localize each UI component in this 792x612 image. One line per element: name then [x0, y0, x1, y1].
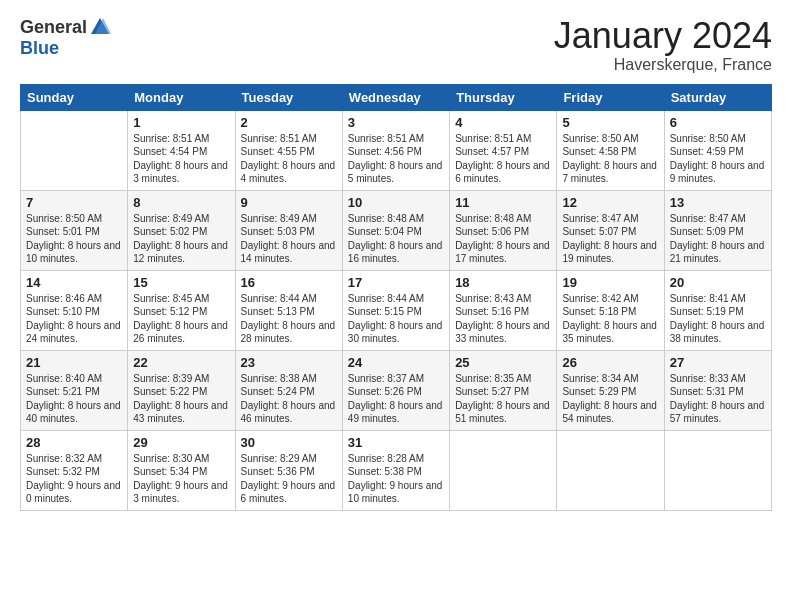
weekday-header-wednesday: Wednesday	[342, 84, 449, 110]
calendar-cell	[557, 430, 664, 510]
day-number: 24	[348, 355, 444, 370]
calendar-cell: 3Sunrise: 8:51 AMSunset: 4:56 PMDaylight…	[342, 110, 449, 190]
calendar-cell: 10Sunrise: 8:48 AMSunset: 5:04 PMDayligh…	[342, 190, 449, 270]
calendar-cell: 21Sunrise: 8:40 AMSunset: 5:21 PMDayligh…	[21, 350, 128, 430]
cell-info: Sunrise: 8:45 AMSunset: 5:12 PMDaylight:…	[133, 292, 229, 346]
week-row-0: 1Sunrise: 8:51 AMSunset: 4:54 PMDaylight…	[21, 110, 772, 190]
month-title: January 2024	[554, 16, 772, 56]
weekday-header-monday: Monday	[128, 84, 235, 110]
header: General Blue January 2024 Haverskerque, …	[20, 16, 772, 74]
calendar-cell: 29Sunrise: 8:30 AMSunset: 5:34 PMDayligh…	[128, 430, 235, 510]
calendar-cell: 17Sunrise: 8:44 AMSunset: 5:15 PMDayligh…	[342, 270, 449, 350]
cell-info: Sunrise: 8:50 AMSunset: 4:59 PMDaylight:…	[670, 132, 766, 186]
cell-info: Sunrise: 8:49 AMSunset: 5:03 PMDaylight:…	[241, 212, 337, 266]
cell-info: Sunrise: 8:29 AMSunset: 5:36 PMDaylight:…	[241, 452, 337, 506]
week-row-1: 7Sunrise: 8:50 AMSunset: 5:01 PMDaylight…	[21, 190, 772, 270]
cell-info: Sunrise: 8:30 AMSunset: 5:34 PMDaylight:…	[133, 452, 229, 506]
cell-info: Sunrise: 8:38 AMSunset: 5:24 PMDaylight:…	[241, 372, 337, 426]
day-number: 31	[348, 435, 444, 450]
calendar-cell	[21, 110, 128, 190]
calendar-cell: 25Sunrise: 8:35 AMSunset: 5:27 PMDayligh…	[450, 350, 557, 430]
cell-info: Sunrise: 8:47 AMSunset: 5:07 PMDaylight:…	[562, 212, 658, 266]
day-number: 25	[455, 355, 551, 370]
cell-info: Sunrise: 8:48 AMSunset: 5:04 PMDaylight:…	[348, 212, 444, 266]
calendar-cell: 1Sunrise: 8:51 AMSunset: 4:54 PMDaylight…	[128, 110, 235, 190]
weekday-header-row: SundayMondayTuesdayWednesdayThursdayFrid…	[21, 84, 772, 110]
weekday-header-saturday: Saturday	[664, 84, 771, 110]
weekday-header-tuesday: Tuesday	[235, 84, 342, 110]
calendar-cell: 24Sunrise: 8:37 AMSunset: 5:26 PMDayligh…	[342, 350, 449, 430]
day-number: 2	[241, 115, 337, 130]
calendar-cell: 15Sunrise: 8:45 AMSunset: 5:12 PMDayligh…	[128, 270, 235, 350]
cell-info: Sunrise: 8:33 AMSunset: 5:31 PMDaylight:…	[670, 372, 766, 426]
day-number: 3	[348, 115, 444, 130]
calendar-cell: 11Sunrise: 8:48 AMSunset: 5:06 PMDayligh…	[450, 190, 557, 270]
cell-info: Sunrise: 8:51 AMSunset: 4:56 PMDaylight:…	[348, 132, 444, 186]
week-row-4: 28Sunrise: 8:32 AMSunset: 5:32 PMDayligh…	[21, 430, 772, 510]
weekday-header-sunday: Sunday	[21, 84, 128, 110]
logo-blue-text: Blue	[20, 38, 59, 59]
day-number: 15	[133, 275, 229, 290]
calendar-cell	[664, 430, 771, 510]
calendar-cell: 20Sunrise: 8:41 AMSunset: 5:19 PMDayligh…	[664, 270, 771, 350]
day-number: 19	[562, 275, 658, 290]
calendar-cell: 2Sunrise: 8:51 AMSunset: 4:55 PMDaylight…	[235, 110, 342, 190]
calendar-cell: 5Sunrise: 8:50 AMSunset: 4:58 PMDaylight…	[557, 110, 664, 190]
calendar-cell: 22Sunrise: 8:39 AMSunset: 5:22 PMDayligh…	[128, 350, 235, 430]
calendar-cell: 6Sunrise: 8:50 AMSunset: 4:59 PMDaylight…	[664, 110, 771, 190]
calendar-cell: 23Sunrise: 8:38 AMSunset: 5:24 PMDayligh…	[235, 350, 342, 430]
day-number: 4	[455, 115, 551, 130]
calendar-cell: 16Sunrise: 8:44 AMSunset: 5:13 PMDayligh…	[235, 270, 342, 350]
title-area: January 2024 Haverskerque, France	[554, 16, 772, 74]
week-row-2: 14Sunrise: 8:46 AMSunset: 5:10 PMDayligh…	[21, 270, 772, 350]
day-number: 21	[26, 355, 122, 370]
cell-info: Sunrise: 8:32 AMSunset: 5:32 PMDaylight:…	[26, 452, 122, 506]
day-number: 29	[133, 435, 229, 450]
cell-info: Sunrise: 8:51 AMSunset: 4:57 PMDaylight:…	[455, 132, 551, 186]
day-number: 16	[241, 275, 337, 290]
calendar-cell: 27Sunrise: 8:33 AMSunset: 5:31 PMDayligh…	[664, 350, 771, 430]
day-number: 26	[562, 355, 658, 370]
cell-info: Sunrise: 8:39 AMSunset: 5:22 PMDaylight:…	[133, 372, 229, 426]
day-number: 12	[562, 195, 658, 210]
cell-info: Sunrise: 8:28 AMSunset: 5:38 PMDaylight:…	[348, 452, 444, 506]
calendar-cell: 7Sunrise: 8:50 AMSunset: 5:01 PMDaylight…	[21, 190, 128, 270]
cell-info: Sunrise: 8:44 AMSunset: 5:15 PMDaylight:…	[348, 292, 444, 346]
weekday-header-thursday: Thursday	[450, 84, 557, 110]
day-number: 30	[241, 435, 337, 450]
calendar-cell: 13Sunrise: 8:47 AMSunset: 5:09 PMDayligh…	[664, 190, 771, 270]
cell-info: Sunrise: 8:34 AMSunset: 5:29 PMDaylight:…	[562, 372, 658, 426]
cell-info: Sunrise: 8:48 AMSunset: 5:06 PMDaylight:…	[455, 212, 551, 266]
calendar-cell: 28Sunrise: 8:32 AMSunset: 5:32 PMDayligh…	[21, 430, 128, 510]
day-number: 18	[455, 275, 551, 290]
day-number: 27	[670, 355, 766, 370]
calendar-cell: 12Sunrise: 8:47 AMSunset: 5:07 PMDayligh…	[557, 190, 664, 270]
day-number: 5	[562, 115, 658, 130]
calendar-cell: 8Sunrise: 8:49 AMSunset: 5:02 PMDaylight…	[128, 190, 235, 270]
cell-info: Sunrise: 8:51 AMSunset: 4:55 PMDaylight:…	[241, 132, 337, 186]
calendar-cell: 18Sunrise: 8:43 AMSunset: 5:16 PMDayligh…	[450, 270, 557, 350]
day-number: 10	[348, 195, 444, 210]
day-number: 1	[133, 115, 229, 130]
cell-info: Sunrise: 8:41 AMSunset: 5:19 PMDaylight:…	[670, 292, 766, 346]
cell-info: Sunrise: 8:42 AMSunset: 5:18 PMDaylight:…	[562, 292, 658, 346]
day-number: 14	[26, 275, 122, 290]
logo: General Blue	[20, 16, 111, 59]
day-number: 22	[133, 355, 229, 370]
calendar: SundayMondayTuesdayWednesdayThursdayFrid…	[20, 84, 772, 511]
day-number: 8	[133, 195, 229, 210]
calendar-cell: 31Sunrise: 8:28 AMSunset: 5:38 PMDayligh…	[342, 430, 449, 510]
calendar-cell: 4Sunrise: 8:51 AMSunset: 4:57 PMDaylight…	[450, 110, 557, 190]
day-number: 23	[241, 355, 337, 370]
day-number: 7	[26, 195, 122, 210]
page: General Blue January 2024 Haverskerque, …	[0, 0, 792, 612]
cell-info: Sunrise: 8:46 AMSunset: 5:10 PMDaylight:…	[26, 292, 122, 346]
cell-info: Sunrise: 8:47 AMSunset: 5:09 PMDaylight:…	[670, 212, 766, 266]
calendar-cell: 14Sunrise: 8:46 AMSunset: 5:10 PMDayligh…	[21, 270, 128, 350]
logo-general-text: General	[20, 17, 87, 38]
weekday-header-friday: Friday	[557, 84, 664, 110]
calendar-cell: 9Sunrise: 8:49 AMSunset: 5:03 PMDaylight…	[235, 190, 342, 270]
calendar-cell: 19Sunrise: 8:42 AMSunset: 5:18 PMDayligh…	[557, 270, 664, 350]
cell-info: Sunrise: 8:49 AMSunset: 5:02 PMDaylight:…	[133, 212, 229, 266]
cell-info: Sunrise: 8:44 AMSunset: 5:13 PMDaylight:…	[241, 292, 337, 346]
